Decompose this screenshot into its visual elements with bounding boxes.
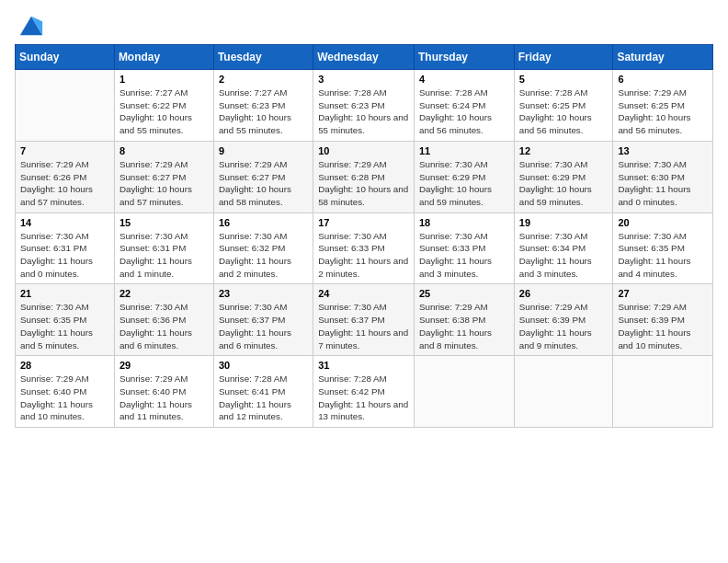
day-info: Sunrise: 7:30 AMSunset: 6:34 PMDaylight:… (519, 230, 609, 281)
header-row: SundayMondayTuesdayWednesdayThursdayFrid… (16, 45, 713, 70)
logo-icon (18, 13, 44, 39)
logo (15, 13, 44, 39)
day-number: 29 (119, 360, 209, 371)
day-cell (514, 356, 613, 428)
day-number: 11 (419, 145, 509, 156)
day-cell: 13Sunrise: 7:30 AMSunset: 6:30 PMDayligh… (613, 141, 713, 213)
day-info: Sunrise: 7:30 AMSunset: 6:31 PMDaylight:… (119, 230, 209, 281)
day-number: 27 (618, 288, 708, 299)
column-header-tuesday: Tuesday (213, 45, 313, 70)
column-header-sunday: Sunday (16, 45, 115, 70)
day-number: 25 (419, 288, 509, 299)
day-info: Sunrise: 7:28 AMSunset: 6:25 PMDaylight:… (519, 86, 609, 137)
day-info: Sunrise: 7:29 AMSunset: 6:40 PMDaylight:… (20, 373, 109, 423)
day-cell: 22Sunrise: 7:30 AMSunset: 6:36 PMDayligh… (114, 284, 213, 356)
day-cell: 11Sunrise: 7:30 AMSunset: 6:29 PMDayligh… (415, 141, 515, 213)
day-cell: 6Sunrise: 7:29 AMSunset: 6:25 PMDaylight… (613, 70, 713, 142)
day-info: Sunrise: 7:29 AMSunset: 6:27 PMDaylight:… (219, 158, 308, 209)
day-cell: 28Sunrise: 7:29 AMSunset: 6:40 PMDayligh… (16, 356, 115, 428)
day-info: Sunrise: 7:27 AMSunset: 6:23 PMDaylight:… (219, 86, 308, 137)
day-cell (415, 356, 515, 428)
day-number: 20 (618, 217, 708, 228)
week-row-5: 28Sunrise: 7:29 AMSunset: 6:40 PMDayligh… (16, 356, 713, 428)
day-number: 24 (318, 288, 409, 299)
day-info: Sunrise: 7:30 AMSunset: 6:32 PMDaylight:… (219, 230, 308, 281)
week-row-4: 21Sunrise: 7:30 AMSunset: 6:35 PMDayligh… (16, 284, 713, 356)
day-number: 16 (219, 217, 308, 228)
day-cell: 4Sunrise: 7:28 AMSunset: 6:24 PMDaylight… (415, 70, 515, 142)
day-number: 23 (219, 288, 308, 299)
column-header-saturday: Saturday (613, 45, 713, 70)
day-cell: 24Sunrise: 7:30 AMSunset: 6:37 PMDayligh… (313, 284, 415, 356)
day-info: Sunrise: 7:29 AMSunset: 6:28 PMDaylight:… (318, 158, 409, 209)
day-cell: 27Sunrise: 7:29 AMSunset: 6:39 PMDayligh… (613, 284, 713, 356)
day-number: 2 (219, 74, 308, 85)
week-row-2: 7Sunrise: 7:29 AMSunset: 6:26 PMDaylight… (16, 141, 713, 213)
day-info: Sunrise: 7:30 AMSunset: 6:36 PMDaylight:… (119, 301, 209, 351)
day-cell: 21Sunrise: 7:30 AMSunset: 6:35 PMDayligh… (16, 284, 115, 356)
column-header-friday: Friday (514, 45, 613, 70)
day-info: Sunrise: 7:30 AMSunset: 6:37 PMDaylight:… (318, 301, 409, 351)
day-number: 6 (618, 74, 708, 85)
week-row-1: 1Sunrise: 7:27 AMSunset: 6:22 PMDaylight… (16, 70, 713, 142)
day-info: Sunrise: 7:28 AMSunset: 6:41 PMDaylight:… (219, 373, 308, 423)
day-number: 7 (20, 145, 109, 156)
day-number: 19 (519, 217, 609, 228)
day-number: 22 (119, 288, 209, 299)
day-number: 18 (419, 217, 509, 228)
calendar-header: SundayMondayTuesdayWednesdayThursdayFrid… (16, 45, 713, 70)
day-info: Sunrise: 7:29 AMSunset: 6:40 PMDaylight:… (119, 373, 209, 423)
day-number: 13 (618, 145, 708, 156)
day-info: Sunrise: 7:30 AMSunset: 6:35 PMDaylight:… (618, 230, 708, 281)
day-info: Sunrise: 7:28 AMSunset: 6:42 PMDaylight:… (318, 373, 409, 423)
day-cell: 31Sunrise: 7:28 AMSunset: 6:42 PMDayligh… (313, 356, 415, 428)
day-cell: 23Sunrise: 7:30 AMSunset: 6:37 PMDayligh… (213, 284, 313, 356)
day-info: Sunrise: 7:30 AMSunset: 6:35 PMDaylight:… (20, 301, 109, 351)
day-info: Sunrise: 7:29 AMSunset: 6:26 PMDaylight:… (20, 158, 109, 209)
day-number: 30 (219, 360, 308, 371)
day-number: 4 (419, 74, 509, 85)
day-cell: 7Sunrise: 7:29 AMSunset: 6:26 PMDaylight… (16, 141, 115, 213)
day-cell: 5Sunrise: 7:28 AMSunset: 6:25 PMDaylight… (514, 70, 613, 142)
header (15, 9, 713, 39)
day-info: Sunrise: 7:30 AMSunset: 6:29 PMDaylight:… (419, 158, 509, 209)
day-number: 14 (20, 217, 109, 228)
day-info: Sunrise: 7:29 AMSunset: 6:27 PMDaylight:… (119, 158, 209, 209)
day-number: 3 (318, 74, 409, 85)
day-cell (16, 70, 115, 142)
day-cell: 1Sunrise: 7:27 AMSunset: 6:22 PMDaylight… (114, 70, 213, 142)
day-info: Sunrise: 7:27 AMSunset: 6:22 PMDaylight:… (119, 86, 209, 137)
day-info: Sunrise: 7:30 AMSunset: 6:30 PMDaylight:… (618, 158, 708, 209)
day-info: Sunrise: 7:29 AMSunset: 6:38 PMDaylight:… (419, 301, 509, 351)
day-number: 31 (318, 360, 409, 371)
column-header-thursday: Thursday (415, 45, 515, 70)
day-info: Sunrise: 7:28 AMSunset: 6:23 PMDaylight:… (318, 86, 409, 137)
day-cell: 17Sunrise: 7:30 AMSunset: 6:33 PMDayligh… (313, 213, 415, 284)
day-number: 21 (20, 288, 109, 299)
day-number: 26 (519, 288, 609, 299)
day-cell: 14Sunrise: 7:30 AMSunset: 6:31 PMDayligh… (16, 213, 115, 284)
day-cell: 18Sunrise: 7:30 AMSunset: 6:33 PMDayligh… (415, 213, 515, 284)
day-number: 15 (119, 217, 209, 228)
page: SundayMondayTuesdayWednesdayThursdayFrid… (0, 0, 728, 563)
day-info: Sunrise: 7:30 AMSunset: 6:33 PMDaylight:… (419, 230, 509, 281)
day-info: Sunrise: 7:29 AMSunset: 6:39 PMDaylight:… (519, 301, 609, 351)
day-number: 8 (119, 145, 209, 156)
day-cell: 3Sunrise: 7:28 AMSunset: 6:23 PMDaylight… (313, 70, 415, 142)
day-cell: 9Sunrise: 7:29 AMSunset: 6:27 PMDaylight… (213, 141, 313, 213)
day-cell: 10Sunrise: 7:29 AMSunset: 6:28 PMDayligh… (313, 141, 415, 213)
column-header-wednesday: Wednesday (313, 45, 415, 70)
day-info: Sunrise: 7:29 AMSunset: 6:25 PMDaylight:… (618, 86, 708, 137)
day-cell: 8Sunrise: 7:29 AMSunset: 6:27 PMDaylight… (114, 141, 213, 213)
day-number: 9 (219, 145, 308, 156)
day-cell: 12Sunrise: 7:30 AMSunset: 6:29 PMDayligh… (514, 141, 613, 213)
day-cell: 25Sunrise: 7:29 AMSunset: 6:38 PMDayligh… (415, 284, 515, 356)
day-number: 12 (519, 145, 609, 156)
day-cell: 20Sunrise: 7:30 AMSunset: 6:35 PMDayligh… (613, 213, 713, 284)
day-cell: 29Sunrise: 7:29 AMSunset: 6:40 PMDayligh… (114, 356, 213, 428)
day-cell: 19Sunrise: 7:30 AMSunset: 6:34 PMDayligh… (514, 213, 613, 284)
day-info: Sunrise: 7:30 AMSunset: 6:37 PMDaylight:… (219, 301, 308, 351)
day-number: 17 (318, 217, 409, 228)
day-info: Sunrise: 7:28 AMSunset: 6:24 PMDaylight:… (419, 86, 509, 137)
calendar-body: 1Sunrise: 7:27 AMSunset: 6:22 PMDaylight… (16, 70, 713, 428)
